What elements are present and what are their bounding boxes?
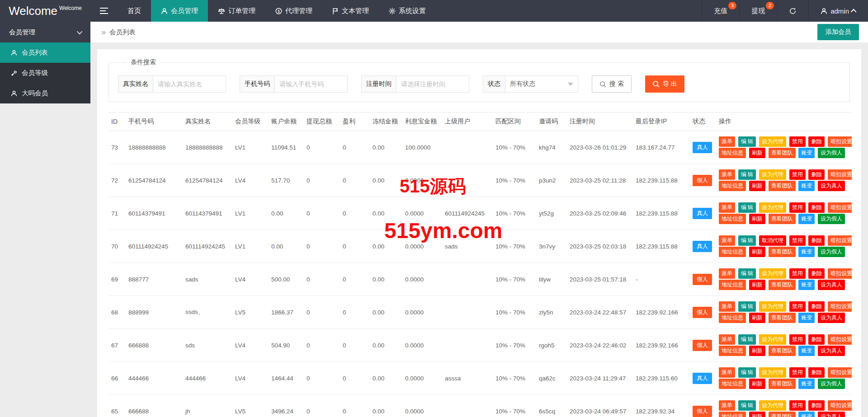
hidden-deduction-button[interactable]: 暗扣设置 (828, 301, 852, 312)
balance-change-button[interactable]: 账变 (798, 247, 815, 257)
hidden-deduction-button[interactable]: 暗扣设置 (828, 400, 852, 411)
status-select[interactable]: 所有状态 (505, 76, 578, 92)
disable-button[interactable]: 禁用 (789, 235, 806, 246)
balance-change-button[interactable]: 账变 (798, 148, 815, 158)
user-menu[interactable]: admin (808, 0, 868, 22)
edit-button[interactable]: 编 辑 (738, 367, 756, 378)
disable-button[interactable]: 禁用 (789, 202, 806, 213)
view-team-button[interactable]: 查看团队 (769, 148, 796, 158)
refresh-row-button[interactable]: 刷新 (749, 247, 765, 257)
refresh-row-button[interactable]: 刷新 (749, 280, 765, 290)
view-team-button[interactable]: 查看团队 (769, 280, 796, 290)
real-fake-toggle-button[interactable]: 设为真人 (818, 313, 845, 323)
balance-change-button[interactable]: 账变 (798, 379, 815, 389)
real-fake-toggle-button[interactable]: 设为真人 (818, 280, 845, 290)
edit-button[interactable]: 编 辑 (738, 334, 756, 345)
balance-change-button[interactable]: 账变 (798, 280, 815, 290)
balance-change-button[interactable]: 账变 (798, 346, 815, 356)
hidden-deduction-button[interactable]: 暗扣设置 (828, 334, 852, 345)
delete-button[interactable]: 删除 (808, 169, 825, 180)
refresh-row-button[interactable]: 刷新 (749, 148, 765, 158)
hidden-deduction-button[interactable]: 暗扣设置 (828, 136, 852, 147)
agent-toggle-button[interactable]: 设为代理 (759, 136, 786, 147)
disable-button[interactable]: 禁用 (789, 400, 806, 411)
sidebar-item-member-list[interactable]: 会员列表 (0, 42, 90, 63)
agent-toggle-button[interactable]: 取消代理 (759, 235, 786, 246)
disable-button[interactable]: 禁用 (789, 301, 806, 312)
dispatch-button[interactable]: 派单 (719, 169, 735, 180)
hidden-deduction-button[interactable]: 暗扣设置 (828, 235, 852, 246)
agent-toggle-button[interactable]: 设为代理 (759, 334, 786, 345)
agent-toggle-button[interactable]: 设为代理 (759, 169, 786, 180)
refresh-row-button[interactable]: 刷新 (749, 181, 765, 191)
delete-button[interactable]: 删除 (808, 334, 825, 345)
delete-button[interactable]: 删除 (808, 301, 825, 312)
address-info-button[interactable]: 地址信息 (719, 214, 746, 224)
sidebar-item-big-members[interactable]: 大吗会员 (0, 83, 90, 103)
balance-change-button[interactable]: 账变 (798, 313, 815, 323)
refresh-row-button[interactable]: 刷新 (749, 379, 765, 389)
address-info-button[interactable]: 地址信息 (719, 346, 746, 356)
refresh-row-button[interactable]: 刷新 (749, 313, 765, 323)
dispatch-button[interactable]: 派单 (719, 334, 735, 345)
disable-button[interactable]: 禁用 (789, 334, 806, 345)
edit-button[interactable]: 编 辑 (738, 301, 756, 312)
refresh-row-button[interactable]: 刷新 (749, 346, 765, 356)
address-info-button[interactable]: 地址信息 (719, 148, 746, 158)
view-team-button[interactable]: 查看团队 (769, 346, 796, 356)
balance-change-button[interactable]: 账变 (798, 412, 815, 417)
address-info-button[interactable]: 地址信息 (719, 379, 746, 389)
nav-tab-home[interactable]: 首页 (118, 0, 151, 22)
disable-button[interactable]: 禁用 (789, 367, 806, 378)
nav-tab-agents[interactable]: $ 代理管理 (265, 0, 322, 22)
agent-toggle-button[interactable]: 设为代理 (759, 400, 786, 411)
real-fake-toggle-button[interactable]: 设为假人 (818, 214, 845, 224)
edit-button[interactable]: 编 辑 (738, 400, 756, 411)
dispatch-button[interactable]: 派单 (719, 235, 735, 246)
realname-input[interactable] (153, 76, 226, 92)
refresh-row-button[interactable]: 刷新 (749, 412, 765, 417)
nav-tab-text[interactable]: 文本管理 (322, 0, 379, 22)
edit-button[interactable]: 编 辑 (738, 136, 756, 147)
address-info-button[interactable]: 地址信息 (719, 280, 746, 290)
view-team-button[interactable]: 查看团队 (769, 379, 796, 389)
sidebar-item-member-level[interactable]: 会员等级 (0, 63, 90, 83)
real-fake-toggle-button[interactable]: 设为真人 (818, 412, 845, 417)
refresh-row-button[interactable]: 刷新 (749, 214, 765, 224)
collapse-menu-icon[interactable] (90, 0, 118, 22)
dispatch-button[interactable]: 派单 (719, 202, 735, 213)
phone-input[interactable] (275, 76, 347, 92)
address-info-button[interactable]: 地址信息 (719, 412, 746, 417)
view-team-button[interactable]: 查看团队 (769, 247, 796, 257)
agent-toggle-button[interactable]: 设为代理 (759, 202, 786, 213)
agent-toggle-button[interactable]: 设为代理 (759, 301, 786, 312)
search-button[interactable]: 搜 索 (592, 75, 632, 93)
hidden-deduction-button[interactable]: 暗扣设置 (828, 202, 852, 213)
agent-toggle-button[interactable]: 设为代理 (759, 367, 786, 378)
edit-button[interactable]: 编 辑 (738, 268, 756, 279)
view-team-button[interactable]: 查看团队 (769, 313, 796, 323)
hidden-deduction-button[interactable]: 暗扣设置 (828, 268, 852, 279)
edit-button[interactable]: 编 辑 (738, 169, 756, 180)
view-team-button[interactable]: 查看团队 (769, 214, 796, 224)
balance-change-button[interactable]: 账变 (798, 214, 815, 224)
add-member-button[interactable]: 添加会员 (817, 24, 859, 40)
dispatch-button[interactable]: 派单 (719, 400, 735, 411)
view-team-button[interactable]: 查看团队 (769, 412, 796, 417)
recharge-button[interactable]: 充值 3 (702, 0, 739, 22)
real-fake-toggle-button[interactable]: 设为真人 (818, 346, 845, 356)
delete-button[interactable]: 删除 (808, 235, 825, 246)
nav-tab-orders[interactable]: 订单管理 (208, 0, 265, 22)
real-fake-toggle-button[interactable]: 设为假人 (818, 148, 845, 158)
dispatch-button[interactable]: 派单 (719, 268, 735, 279)
disable-button[interactable]: 禁用 (789, 268, 806, 279)
address-info-button[interactable]: 地址信息 (719, 181, 746, 191)
delete-button[interactable]: 删除 (808, 367, 825, 378)
dispatch-button[interactable]: 派单 (719, 136, 735, 147)
nav-tab-settings[interactable]: 系统设置 (379, 0, 436, 22)
disable-button[interactable]: 禁用 (789, 169, 806, 180)
export-button[interactable]: 导 出 (645, 75, 684, 93)
real-fake-toggle-button[interactable]: 设为假人 (818, 379, 845, 389)
edit-button[interactable]: 编 辑 (738, 202, 756, 213)
address-info-button[interactable]: 地址信息 (719, 313, 746, 323)
